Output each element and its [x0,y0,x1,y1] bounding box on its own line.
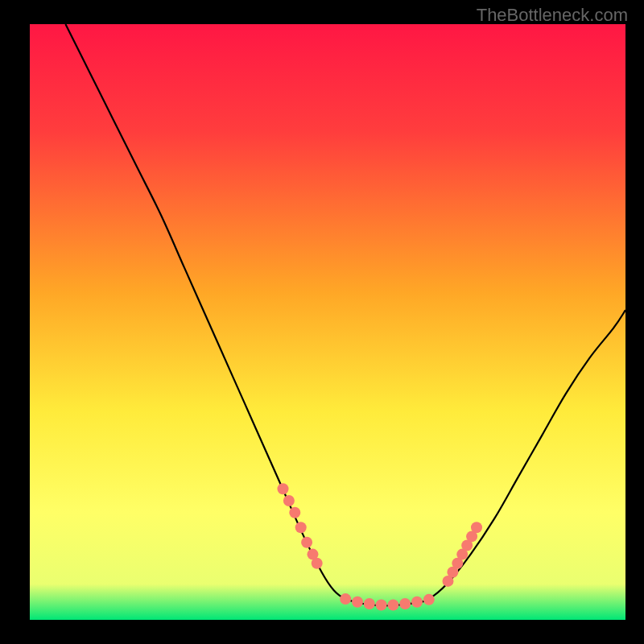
marker-right [471,522,482,533]
chart-svg [30,24,625,620]
marker-left [312,558,323,569]
marker-valley [352,597,363,608]
marker-valley [376,600,387,611]
marker-left [289,507,300,518]
marker-left [278,483,289,494]
gradient-background [30,24,625,620]
watermark-text: TheBottleneck.com [477,5,628,26]
chart-container: TheBottleneck.com [0,0,644,644]
plot-area [30,24,625,620]
marker-left [283,495,295,506]
marker-valley [340,593,351,605]
marker-valley [364,598,375,609]
marker-left [295,522,307,533]
marker-left [301,537,312,548]
marker-valley [399,598,411,609]
marker-valley [411,597,423,608]
marker-valley [387,600,398,611]
marker-valley [423,594,435,605]
